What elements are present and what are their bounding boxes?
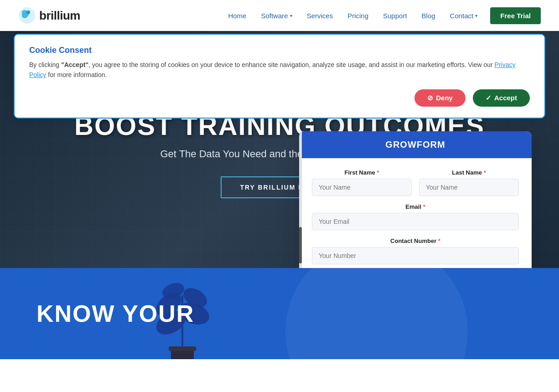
- first-name-required: *: [377, 169, 379, 176]
- email-required: *: [423, 203, 425, 210]
- name-row: First Name * Last Name *: [312, 169, 519, 196]
- cookie-actions: ⊘ Deny ✓ Accept: [29, 89, 530, 107]
- growform-card: GROWFORM First Name * Last Name *: [299, 131, 532, 268]
- cookie-text: By clicking "Accept", you agree to the s…: [29, 60, 530, 80]
- navbar: brillium Home Software ▾ Services Pricin…: [0, 0, 559, 31]
- scrollbar[interactable]: [299, 131, 302, 268]
- nav-home[interactable]: Home: [223, 8, 252, 23]
- contact-chevron-icon: ▾: [475, 13, 477, 18]
- blue-section: KNOW YOUR: [0, 268, 559, 359]
- logo-icon: [18, 7, 36, 24]
- form-body: First Name * Last Name * Email *: [299, 158, 532, 268]
- contact-label: Contact Number *: [312, 237, 519, 244]
- deny-button[interactable]: ⊘ Deny: [414, 89, 466, 107]
- cookie-banner: Cookie Consent By clicking "Accept", you…: [14, 34, 545, 119]
- contact-required: *: [438, 237, 440, 244]
- circle-decoration: [285, 268, 468, 359]
- svg-rect-9: [169, 346, 196, 351]
- accept-button[interactable]: ✓ Accept: [473, 89, 530, 107]
- logo[interactable]: brillium: [18, 7, 80, 24]
- software-chevron-icon: ▾: [290, 13, 292, 18]
- scrollbar-thumb: [299, 227, 302, 263]
- nav-support[interactable]: Support: [378, 8, 413, 23]
- nav-contact[interactable]: Contact ▾: [445, 8, 483, 23]
- last-name-required: *: [484, 169, 486, 176]
- first-name-group: First Name *: [312, 169, 412, 196]
- accept-icon: ✓: [486, 94, 492, 102]
- free-trial-button[interactable]: Free Trial: [490, 7, 541, 24]
- blue-section-title: KNOW YOUR: [36, 300, 194, 327]
- svg-point-1: [26, 10, 30, 14]
- form-header: GROWFORM: [299, 131, 532, 158]
- logo-text: brillium: [39, 9, 80, 23]
- nav-services[interactable]: Services: [301, 8, 339, 23]
- nav-software[interactable]: Software ▾: [255, 8, 297, 23]
- first-name-input[interactable]: [312, 179, 412, 196]
- last-name-label: Last Name *: [419, 169, 519, 176]
- last-name-input[interactable]: [419, 179, 519, 196]
- nav-pricing[interactable]: Pricing: [342, 8, 374, 23]
- email-input[interactable]: [312, 213, 519, 230]
- email-label: Email *: [312, 203, 519, 210]
- last-name-group: Last Name *: [419, 169, 519, 196]
- email-row: Email *: [312, 203, 519, 230]
- cookie-title: Cookie Consent: [29, 46, 530, 55]
- contact-row: Contact Number *: [312, 237, 519, 264]
- nav-links: Home Software ▾ Services Pricing Support…: [223, 7, 541, 24]
- contact-input[interactable]: [312, 247, 519, 264]
- first-name-label: First Name *: [312, 169, 412, 176]
- deny-icon: ⊘: [427, 94, 433, 102]
- email-group: Email *: [312, 203, 519, 230]
- contact-group: Contact Number *: [312, 237, 519, 264]
- nav-blog[interactable]: Blog: [416, 8, 441, 23]
